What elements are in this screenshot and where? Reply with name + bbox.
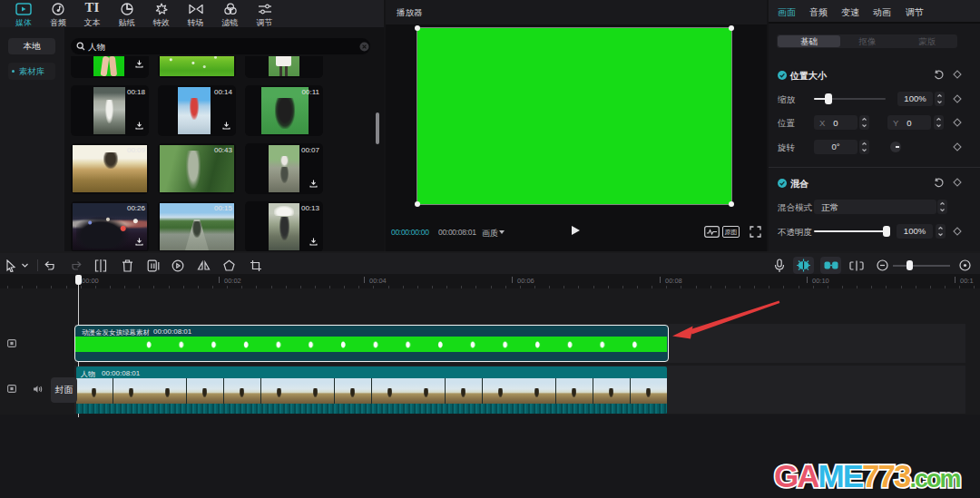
svg-text:GAME773.com: GAME773.com [774, 458, 960, 493]
